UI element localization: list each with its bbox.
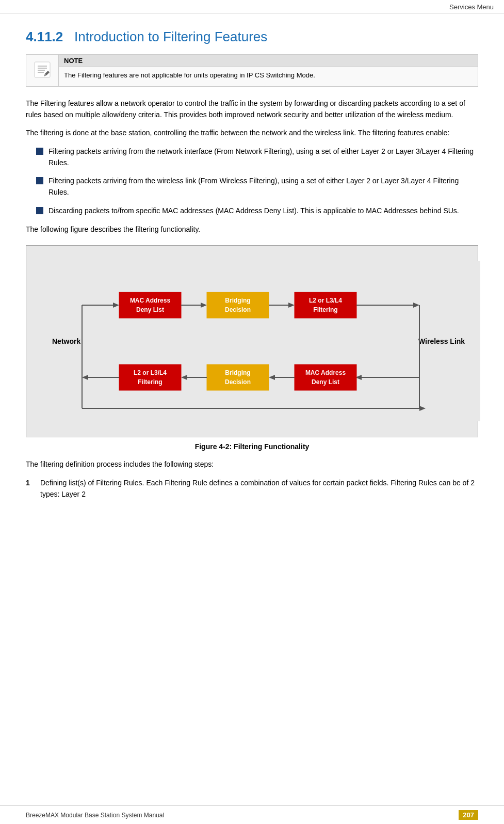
note-content: NOTE The Filtering features are not appl… xyxy=(59,55,478,83)
numbered-list: 1 Defining list(s) of Filtering Rules. E… xyxy=(26,478,478,500)
section-title: 4.11.2 Introduction to Filtering Feature… xyxy=(26,29,478,45)
intro-para-2: The filtering is done at the base statio… xyxy=(26,128,478,139)
svg-rect-35 xyxy=(119,365,181,390)
svg-text:Deny List: Deny List xyxy=(312,378,339,386)
svg-text:MAC Address: MAC Address xyxy=(130,297,171,304)
svg-text:Filtering: Filtering xyxy=(138,378,162,386)
list-item: Filtering packets arriving from the netw… xyxy=(36,146,478,168)
note-icon xyxy=(32,60,52,80)
svg-text:L2 or L3/L4: L2 or L3/L4 xyxy=(309,297,342,304)
svg-text:MAC Address: MAC Address xyxy=(305,369,346,376)
note-header: NOTE xyxy=(59,55,478,67)
svg-rect-25 xyxy=(295,365,356,390)
main-content: 4.11.2 Introduction to Filtering Feature… xyxy=(0,13,504,538)
note-body: The Filtering features are not applicabl… xyxy=(59,67,478,83)
svg-rect-13 xyxy=(207,292,269,318)
list-item: Filtering packets arriving from the wire… xyxy=(36,176,478,198)
list-item: 1 Defining list(s) of Filtering Rules. E… xyxy=(26,478,478,500)
list-item: Discarding packets to/from specific MAC … xyxy=(36,205,478,217)
svg-text:L2 or L3/L4: L2 or L3/L4 xyxy=(134,369,167,376)
section-number: 4.11.2 xyxy=(26,29,63,44)
svg-rect-18 xyxy=(295,292,356,318)
svg-text:Bridging: Bridging xyxy=(225,369,250,376)
footer-left-text: BreezeMAX Modular Base Station System Ma… xyxy=(26,812,164,819)
figure-caption: Figure 4-2: Filtering Functionality xyxy=(26,442,478,451)
steps-intro: The filtering definition process include… xyxy=(26,459,478,470)
svg-text:Decision: Decision xyxy=(225,306,251,313)
svg-rect-0 xyxy=(35,62,50,77)
footer-right: 207 xyxy=(459,810,478,820)
svg-rect-30 xyxy=(207,365,269,390)
svg-text:Decision: Decision xyxy=(225,378,251,386)
page-header: Services Menu xyxy=(0,0,504,13)
diagram-container: Network Wireless Link MAC Address Deny L… xyxy=(26,245,478,437)
wireless-label: Wireless Link xyxy=(418,337,465,345)
step-text: Defining list(s) of Filtering Rules. Eac… xyxy=(40,478,478,500)
note-icon-cell xyxy=(26,55,59,86)
section-title-text: Introduction to Filtering Features xyxy=(74,29,267,44)
bullet-icon xyxy=(36,177,43,184)
intro-para-1: The Filtering features allow a network o… xyxy=(26,98,478,120)
svg-text:Deny List: Deny List xyxy=(136,306,164,313)
network-label: Network xyxy=(52,337,80,345)
svg-rect-8 xyxy=(119,292,181,318)
bullet-text: Filtering packets arriving from the wire… xyxy=(48,176,478,198)
page-number: 207 xyxy=(459,810,478,820)
bullet-text: Discarding packets to/from specific MAC … xyxy=(48,205,459,217)
svg-text:Filtering: Filtering xyxy=(313,306,337,313)
bullet-icon xyxy=(36,207,43,214)
note-box: NOTE The Filtering features are not appl… xyxy=(26,54,478,87)
page-footer: BreezeMAX Modular Base Station System Ma… xyxy=(0,805,504,824)
figure-intro: The following figure describes the filte… xyxy=(26,224,478,235)
filtering-diagram: Network Wireless Link MAC Address Deny L… xyxy=(37,261,480,421)
step-number: 1 xyxy=(26,478,40,489)
bullet-text: Filtering packets arriving from the netw… xyxy=(48,146,478,168)
svg-rect-5 xyxy=(37,261,480,421)
bullet-list: Filtering packets arriving from the netw… xyxy=(26,146,478,216)
bullet-icon xyxy=(36,148,43,155)
header-text: Services Menu xyxy=(449,3,494,11)
svg-text:Bridging: Bridging xyxy=(225,297,250,304)
